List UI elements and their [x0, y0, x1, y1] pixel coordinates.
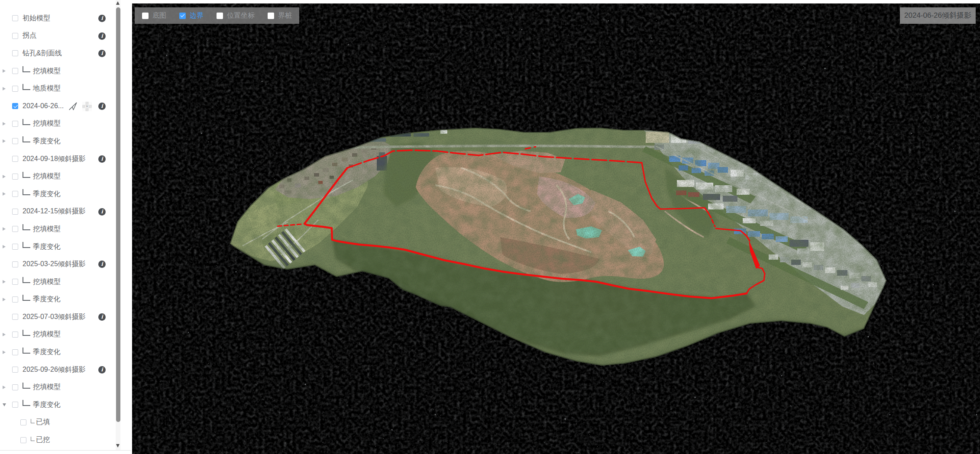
layer-checkbox[interactable]: [12, 15, 18, 21]
layer-checkbox[interactable]: [12, 50, 18, 56]
layer-row-2024-09-18[interactable]: 2024-09-18倾斜摄影: [0, 150, 114, 168]
viewport-3d[interactable]: 底图 边界 位置坐标 界桩 2024-06-26倾斜摄影: [132, 3, 980, 454]
info-icon[interactable]: [98, 50, 106, 57]
expand-caret-icon[interactable]: [3, 351, 6, 354]
layer-checkbox[interactable]: [12, 314, 18, 320]
expand-caret-icon[interactable]: [3, 333, 6, 336]
toolbar-item-basemap[interactable]: 底图: [142, 11, 166, 20]
basemap-checkbox[interactable]: [142, 13, 149, 19]
layer-row-cutfill-model[interactable]: 挖填模型: [0, 62, 114, 80]
layer-row-excavated[interactable]: 已挖: [0, 431, 114, 449]
boundary-markers-checkbox[interactable]: [268, 13, 274, 19]
layer-checkbox[interactable]: [12, 384, 18, 390]
sidebar-scrollbar[interactable]: [116, 0, 120, 451]
info-icon[interactable]: [98, 103, 106, 110]
collapse-caret-icon[interactable]: [3, 403, 6, 406]
layer-label: 已挖: [36, 435, 50, 444]
layer-row-cutfill-model[interactable]: 挖填模型: [0, 167, 114, 185]
layer-label: 季度变化: [33, 295, 61, 304]
tree-connector: [23, 277, 30, 283]
expand-caret-icon[interactable]: [3, 298, 6, 301]
layer-row-quarterly-change[interactable]: 季度变化: [0, 291, 114, 309]
layer-checkbox[interactable]: [12, 296, 18, 303]
layer-checkbox[interactable]: [12, 121, 18, 127]
layer-tree-sidebar: 初始模型 拐点 钻孔&剖面线 挖填模型: [0, 0, 131, 451]
layer-checkbox-checked[interactable]: [12, 103, 18, 109]
info-icon[interactable]: [98, 155, 106, 163]
position-coords-checkbox[interactable]: [217, 13, 223, 19]
info-icon[interactable]: [98, 15, 106, 22]
layer-row-quarterly-change[interactable]: 季度变化: [0, 185, 114, 203]
layer-row-2025-09-26[interactable]: 2025-09-26倾斜摄影: [0, 361, 114, 379]
expand-caret-icon[interactable]: [3, 122, 6, 126]
toolbar-item-boundary[interactable]: 边界: [179, 11, 204, 20]
info-icon[interactable]: [98, 32, 106, 40]
layer-row-2024-06-26-active[interactable]: 2024-06-26...: [0, 97, 114, 115]
expand-caret-icon[interactable]: [3, 192, 6, 196]
layer-row-filled[interactable]: 已填: [0, 414, 114, 431]
layer-row-2024-12-15[interactable]: 2024-12-15倾斜摄影: [0, 203, 114, 221]
boundary-checkbox[interactable]: [179, 13, 186, 19]
info-icon[interactable]: [98, 313, 106, 321]
expand-caret-icon[interactable]: [3, 245, 6, 248]
layer-checkbox[interactable]: [20, 419, 26, 425]
layer-checkbox[interactable]: [12, 68, 18, 74]
basemap-label: 底图: [152, 11, 166, 20]
layer-checkbox[interactable]: [12, 279, 18, 285]
layer-checkbox[interactable]: [12, 191, 18, 197]
info-icon[interactable]: [98, 208, 106, 216]
layer-row-quarterly-change[interactable]: 季度变化: [0, 343, 114, 361]
layer-row-borehole-section[interactable]: 钻孔&剖面线: [0, 45, 114, 62]
expand-caret-icon[interactable]: [3, 69, 6, 73]
toolbar-item-boundary-markers[interactable]: 界桩: [268, 11, 292, 20]
scrollbar-thumb[interactable]: [116, 7, 120, 422]
layer-checkbox[interactable]: [12, 332, 18, 338]
layer-checkbox[interactable]: [12, 174, 18, 180]
layer-checkbox[interactable]: [12, 367, 18, 373]
layer-checkbox[interactable]: [12, 226, 18, 232]
locate-icon[interactable]: [68, 102, 78, 111]
tree-connector: [23, 348, 30, 354]
tree-connector: [23, 66, 30, 72]
layer-row-quarterly-change[interactable]: 季度变化: [0, 132, 114, 150]
layer-row-cutfill-model[interactable]: 挖填模型: [0, 115, 114, 133]
layer-row-2025-07-03[interactable]: 2025-07-03倾斜摄影: [0, 308, 114, 326]
layer-row-quarterly-change-expanded[interactable]: 季度变化: [0, 396, 114, 414]
layer-checkbox[interactable]: [12, 156, 18, 162]
layer-checkbox[interactable]: [12, 402, 18, 408]
expand-caret-icon[interactable]: [3, 386, 6, 389]
expand-caret-icon[interactable]: [3, 139, 6, 143]
info-icon[interactable]: [98, 366, 106, 374]
layer-row-cutfill-model[interactable]: 挖填模型: [0, 220, 114, 238]
layer-checkbox[interactable]: [12, 209, 18, 215]
texture-icon[interactable]: [82, 102, 92, 111]
info-icon[interactable]: [98, 261, 106, 268]
expand-caret-icon[interactable]: [3, 227, 6, 231]
layer-checkbox[interactable]: [12, 261, 18, 267]
tree-connector: [23, 400, 30, 406]
terrain-model-canvas[interactable]: [132, 3, 980, 454]
layer-row-initial-model[interactable]: 初始模型: [0, 10, 114, 27]
expand-caret-icon[interactable]: [3, 87, 6, 90]
layer-checkbox[interactable]: [12, 349, 18, 355]
layer-row-cutfill-model[interactable]: 挖填模型: [0, 273, 114, 291]
layer-label: 挖填模型: [33, 383, 61, 392]
layer-checkbox[interactable]: [12, 86, 18, 92]
layer-row-quarterly-change[interactable]: 季度变化: [0, 238, 114, 256]
tree-connector: [23, 383, 30, 389]
layer-checkbox[interactable]: [12, 138, 18, 144]
expand-caret-icon[interactable]: [3, 175, 6, 178]
layer-row-cutfill-model[interactable]: 挖填模型: [0, 326, 114, 344]
layer-row-inflection-points[interactable]: 拐点: [0, 27, 114, 45]
layer-checkbox[interactable]: [12, 33, 18, 39]
layer-row-2025-03-25[interactable]: 2025-03-25倾斜摄影: [0, 255, 114, 273]
expand-caret-icon[interactable]: [3, 280, 6, 283]
toolbar-item-position-coords[interactable]: 位置坐标: [217, 11, 255, 20]
layer-checkbox[interactable]: [12, 244, 18, 250]
layer-row-cutfill-model[interactable]: 挖填模型: [0, 378, 114, 396]
layer-row-geology-model[interactable]: 地质模型: [0, 80, 114, 97]
layer-checkbox[interactable]: [20, 437, 26, 443]
scroll-down-icon[interactable]: [116, 444, 120, 448]
tree-connector: [31, 437, 35, 441]
scroll-up-icon[interactable]: [116, 1, 120, 5]
